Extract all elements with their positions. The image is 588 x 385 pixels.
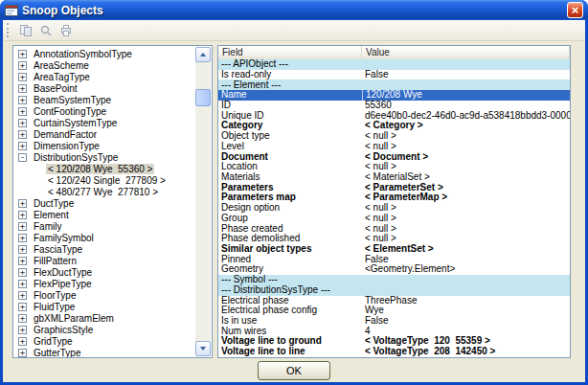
tree-view: +AnnotationSymbolType+AreaScheme+AreaTag… (13, 47, 195, 357)
tree-item[interactable]: -DistributionSysType (13, 151, 195, 163)
column-header-value[interactable]: Value (362, 46, 570, 59)
grid-row[interactable]: Materials< MaterialSet > (218, 172, 570, 183)
grid-row[interactable]: Category< Category > (218, 121, 570, 131)
tree-item[interactable]: +Element (13, 209, 195, 220)
field-cell: Is in use (218, 316, 362, 327)
toolbar-grip[interactable] (7, 23, 11, 37)
tree-item[interactable]: < 120/208 Wye 55360 > (13, 163, 195, 174)
grid-row[interactable]: Parameters map< ParameterMap > (218, 192, 570, 203)
expand-icon[interactable]: + (18, 245, 27, 254)
grid-row[interactable]: Is in useFalse (218, 316, 570, 327)
grid-row[interactable]: Parameters< ParameterSet > (218, 183, 570, 193)
expand-icon[interactable]: + (18, 349, 27, 357)
grid-row[interactable]: Design option< null > (218, 203, 570, 214)
grid-category-row[interactable]: --- DistributionSysType --- (218, 285, 570, 296)
tree-scrollbar[interactable] (195, 47, 211, 356)
tree-item[interactable]: +FluidType (13, 301, 195, 312)
tree-item[interactable]: +BeamSystemType (13, 94, 195, 105)
value-cell: < ElementSet > (362, 244, 570, 255)
grid-row[interactable]: Phase demolished< null > (218, 234, 570, 244)
tree-item[interactable]: +CurtainSystemType (13, 117, 195, 128)
expand-icon[interactable]: + (18, 142, 27, 150)
expand-icon[interactable]: + (18, 257, 27, 265)
expand-icon[interactable]: + (18, 50, 27, 58)
tree-item[interactable]: +AreaTagType (13, 71, 195, 82)
column-header-field[interactable]: Field (218, 46, 362, 59)
expand-icon[interactable]: + (18, 303, 27, 311)
expand-icon[interactable]: + (18, 119, 27, 127)
grid-row[interactable]: Geometry<Geometry.Element> (218, 264, 570, 275)
tree-item[interactable]: < 480/277 Wye 277810 > (13, 186, 195, 197)
grid-row[interactable]: Object type< null > (218, 131, 570, 142)
grid-row[interactable]: Level< null > (218, 142, 570, 152)
print-preview-icon[interactable] (35, 21, 56, 39)
close-button[interactable]: × (567, 2, 583, 18)
tree-item[interactable]: +FlexDuctType (13, 266, 195, 278)
collapse-icon[interactable]: - (18, 153, 27, 162)
grid-row[interactable]: Name120/208 Wye (218, 90, 570, 101)
tree-item[interactable]: +FasciaType (13, 243, 195, 255)
value-cell: <Geometry.Element> (362, 264, 570, 275)
expand-icon[interactable]: + (18, 234, 27, 242)
tree-item[interactable]: +FlexPipeType (13, 278, 195, 289)
tree-item[interactable]: +BasePoint (13, 82, 195, 94)
print-icon[interactable] (56, 21, 76, 39)
grid-row[interactable]: Voltage line to line< VoltageType 208 14… (218, 347, 570, 357)
expand-icon[interactable]: + (18, 84, 27, 93)
grid-row[interactable]: Document< Document > (218, 151, 570, 162)
tree-item[interactable]: +FamilySymbol (13, 232, 195, 243)
expand-icon[interactable]: + (18, 96, 27, 104)
tree-item[interactable]: +DemandFactor (13, 128, 195, 140)
grid-category-row[interactable]: --- Element --- (218, 79, 570, 90)
field-cell: Num wires (218, 327, 362, 337)
grid-row[interactable]: Electrical phase configWye (218, 306, 570, 316)
tree-item[interactable]: +FillPattern (13, 255, 195, 266)
grid-row[interactable]: Electrical phaseThreePhase (218, 296, 570, 306)
expand-icon[interactable]: + (18, 107, 27, 116)
grid-row[interactable]: Voltage line to ground< VoltageType 120 … (218, 336, 570, 347)
scroll-down-button[interactable] (195, 341, 211, 356)
expand-icon[interactable]: + (18, 280, 27, 288)
window-icon[interactable] (5, 4, 18, 17)
field-cell: Location (218, 162, 362, 172)
grid-row[interactable]: ID55360 (218, 101, 570, 111)
grid-row[interactable]: Group< null > (218, 214, 570, 224)
scroll-up-button[interactable] (195, 47, 211, 62)
grid-row[interactable]: Location< null > (218, 162, 570, 172)
expand-icon[interactable]: + (18, 337, 27, 346)
title-bar[interactable]: Snoop Objects × (0, 0, 588, 20)
ok-button[interactable]: OK (258, 361, 330, 380)
grid-row[interactable]: Phase created< null > (218, 224, 570, 235)
copy-icon[interactable] (15, 21, 35, 39)
tree-item[interactable]: +GraphicsStyle (13, 324, 195, 335)
expand-icon[interactable]: + (18, 130, 27, 139)
grid-row[interactable]: Unique IDd6ee40b0-dec2-46d0-ac9d-a538418… (218, 111, 570, 122)
tree-item[interactable]: +AreaScheme (13, 59, 195, 71)
grid-row[interactable]: PinnedFalse (218, 255, 570, 265)
scrollbar-thumb[interactable] (195, 89, 211, 106)
tree-item[interactable]: < 120/240 Single 277809 > (13, 174, 195, 186)
grid-row[interactable]: Num wires4 (218, 327, 570, 337)
expand-icon[interactable]: + (18, 326, 27, 334)
tree-item[interactable]: +DimensionType (13, 140, 195, 151)
expand-icon[interactable]: + (18, 314, 27, 323)
tree-item[interactable]: +DuctType (13, 197, 195, 209)
tree-item[interactable]: +FloorType (13, 289, 195, 301)
expand-icon[interactable]: + (18, 268, 27, 277)
grid-category-row[interactable]: --- Symbol --- (218, 275, 570, 285)
expand-icon[interactable]: + (18, 211, 27, 219)
expand-icon[interactable]: + (18, 73, 27, 81)
tree-item[interactable]: +GridType (13, 335, 195, 347)
tree-item[interactable]: +Family (13, 220, 195, 232)
expand-icon[interactable]: + (18, 291, 27, 300)
expand-icon[interactable]: + (18, 222, 27, 231)
grid-row[interactable]: Is read-onlyFalse (218, 70, 570, 80)
tree-item[interactable]: +ContFootingType (13, 105, 195, 117)
tree-item[interactable]: +GutterType (13, 347, 195, 357)
tree-item[interactable]: +AnnotationSymbolType (13, 48, 195, 59)
tree-item[interactable]: +gbXMLParamElem (13, 312, 195, 324)
expand-icon[interactable]: + (18, 199, 27, 208)
grid-category-row[interactable]: --- APIObject --- (218, 59, 570, 70)
grid-row[interactable]: Similar object types< ElementSet > (218, 244, 570, 255)
expand-icon[interactable]: + (18, 61, 27, 70)
